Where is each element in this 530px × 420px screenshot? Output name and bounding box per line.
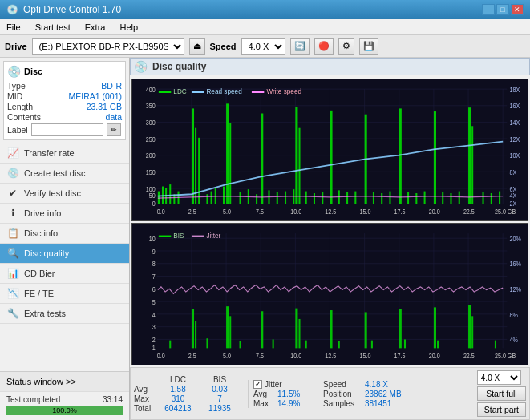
progress-bar-container: 100.0%	[6, 406, 123, 415]
svg-rect-58	[424, 192, 426, 204]
speed-stats: Speed 4.18 X Position 23862 MB Samples 3…	[318, 380, 402, 408]
svg-text:1: 1	[152, 344, 156, 352]
svg-text:2X: 2X	[509, 200, 516, 208]
main-content: 💿 Disc quality	[130, 58, 530, 420]
burn-button[interactable]: 🔴	[314, 38, 334, 55]
charts-area: LDC Read speed Write speed 400 350 300 2…	[130, 79, 530, 365]
svg-rect-142	[371, 341, 373, 349]
settings-button[interactable]: ⚙	[338, 38, 354, 55]
action-area: 4.0 X Start full Start part	[477, 370, 526, 417]
svg-rect-59	[434, 111, 436, 204]
menu-file[interactable]: File	[3, 22, 24, 33]
svg-rect-141	[338, 341, 340, 348]
svg-rect-126	[229, 316, 231, 348]
menu-start-test[interactable]: Start test	[32, 22, 74, 33]
nav-create-test-disc[interactable]: 💿 Create test disc	[0, 164, 129, 184]
svg-rect-31	[223, 187, 225, 204]
jitter-max-label: Max	[253, 399, 276, 408]
toolbar: Drive (E:) PLEXTOR BD-R PX-LB950SA 1.06 …	[0, 35, 530, 58]
progress-text: 100.0%	[52, 406, 77, 415]
label-label: Label	[7, 125, 28, 135]
nav-verify-test-disc[interactable]: ✔ Verify test disc	[0, 184, 129, 204]
svg-rect-54	[389, 192, 390, 204]
length-label: Length	[7, 102, 33, 111]
svg-text:18X: 18X	[509, 86, 520, 94]
close-button[interactable]: ✕	[511, 4, 524, 15]
nav-disc-info-label: Disc info	[24, 228, 58, 238]
svg-rect-61	[450, 193, 451, 204]
content-title: Disc quality	[152, 61, 206, 72]
svg-rect-33	[229, 123, 231, 204]
svg-rect-22	[169, 184, 171, 204]
status-window-label: Status window >>	[6, 377, 76, 386]
svg-text:10X: 10X	[509, 152, 520, 160]
start-part-button[interactable]: Start part	[477, 402, 526, 417]
nav-transfer-rate[interactable]: 📈 Transfer rate	[0, 143, 129, 164]
svg-text:16%: 16%	[509, 260, 520, 269]
svg-rect-42	[295, 107, 297, 204]
menu-extra[interactable]: Extra	[82, 22, 109, 33]
svg-rect-123	[192, 309, 194, 349]
nav-disc-info[interactable]: 📋 Disc info	[0, 224, 129, 244]
svg-text:25.0 GB: 25.0 GB	[495, 208, 516, 216]
maximize-button[interactable]: □	[496, 4, 509, 15]
menu-help[interactable]: Help	[116, 22, 141, 33]
stats-speed-select[interactable]: 4.0 X	[477, 370, 521, 385]
svg-rect-137	[206, 338, 208, 348]
svg-text:3: 3	[152, 324, 156, 332]
svg-text:Jitter: Jitter	[206, 232, 220, 240]
svg-text:0.0: 0.0	[157, 352, 166, 360]
status-window-button[interactable]: Status window >>	[0, 371, 129, 391]
samples-stat-value: 381451	[365, 399, 391, 408]
jitter-avg-value: 11.5%	[277, 390, 310, 398]
minimize-button[interactable]: —	[482, 4, 495, 15]
nav-extra-tests[interactable]: 🔧 Extra tests	[0, 304, 129, 324]
bis-max: 7	[200, 394, 240, 403]
app-title: Opti Drive Control 1.70	[23, 4, 121, 15]
label-edit-button[interactable]: ✏	[107, 123, 121, 136]
start-full-button[interactable]: Start full	[477, 386, 526, 401]
verify-test-disc-icon: ✔	[6, 188, 19, 199]
sidebar: 💿 Disc Type BD-R MID MEIRA1 (001) Length…	[0, 58, 130, 420]
svg-rect-29	[211, 192, 212, 204]
jitter-max-value: 14.9%	[277, 399, 310, 408]
svg-text:50: 50	[149, 192, 156, 200]
svg-text:8%: 8%	[509, 311, 517, 319]
refresh-button[interactable]: 🔄	[290, 38, 310, 55]
drive-select[interactable]: (E:) PLEXTOR BD-R PX-LB950SA 1.06	[32, 38, 184, 55]
svg-rect-47	[330, 111, 333, 204]
drive-info-icon: ℹ	[6, 208, 19, 219]
nav-fe-te[interactable]: 📉 FE / TE	[0, 284, 129, 304]
nav-disc-quality[interactable]: 🔍 Disc quality	[0, 244, 129, 264]
svg-rect-66	[491, 193, 492, 204]
svg-rect-46	[322, 192, 323, 204]
svg-text:15.0: 15.0	[359, 352, 371, 360]
speed-select[interactable]: 4.0 X	[241, 38, 285, 55]
svg-text:10.0: 10.0	[290, 352, 302, 360]
svg-text:BIS: BIS	[173, 232, 184, 240]
fe-te-icon: 📉	[6, 288, 19, 299]
type-value: BD-R	[101, 81, 122, 91]
menu-bar: File Start test Extra Help	[0, 19, 530, 35]
svg-rect-132	[399, 309, 402, 349]
ldc-chart: LDC Read speed Write speed 400 350 300 2…	[131, 79, 528, 221]
svg-rect-32	[226, 103, 229, 204]
jitter-checkbox[interactable]: ✓	[253, 380, 262, 389]
bis-col-header: BIS	[200, 375, 240, 384]
nav-drive-info[interactable]: ℹ Drive info	[0, 204, 129, 224]
svg-rect-130	[330, 310, 333, 348]
disc-panel: 💿 Disc Type BD-R MID MEIRA1 (001) Length…	[3, 61, 126, 140]
label-input[interactable]	[31, 123, 103, 136]
svg-text:LDC: LDC	[173, 87, 187, 96]
eject-button[interactable]: ⏏	[189, 38, 205, 55]
svg-text:0: 0	[152, 200, 156, 208]
svg-text:4X: 4X	[509, 192, 516, 200]
svg-rect-149	[192, 236, 204, 237]
save-button[interactable]: 💾	[359, 38, 378, 55]
svg-text:300: 300	[146, 119, 156, 127]
nav-cd-bier-label: CD Bier	[24, 269, 55, 278]
speed-stat-label: Speed	[323, 380, 362, 389]
ldc-max: 310	[158, 394, 198, 403]
nav-cd-bier[interactable]: 📊 CD Bier	[0, 264, 129, 284]
jitter-label: Jitter	[265, 380, 282, 389]
